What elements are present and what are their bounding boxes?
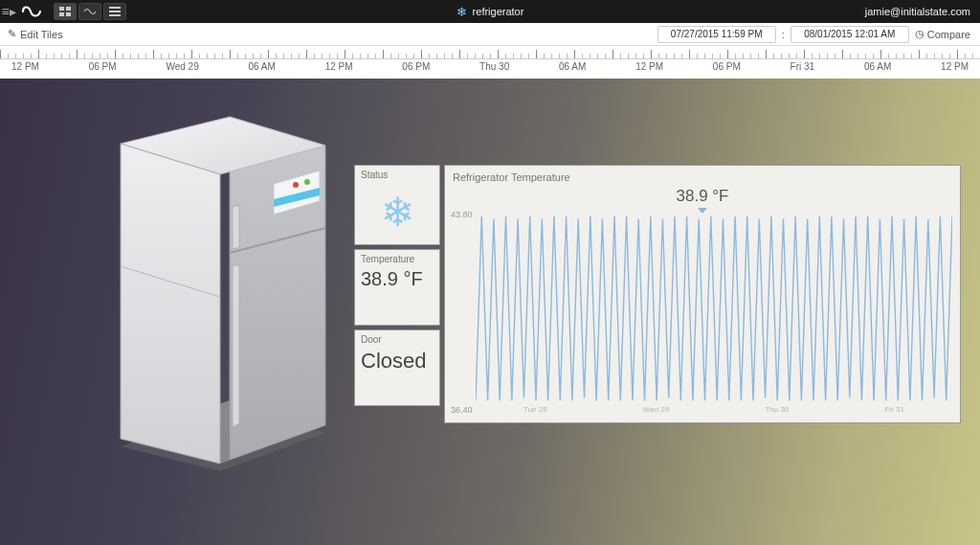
user-email[interactable]: jamie@initialstate.com xyxy=(865,6,980,17)
ruler-label: Fri 31 xyxy=(791,61,815,79)
svg-marker-11 xyxy=(121,144,220,464)
menu-toggle[interactable]: ≡▸ xyxy=(0,0,17,23)
svg-rect-2 xyxy=(59,12,64,16)
chart-plot-area xyxy=(476,214,952,403)
svg-point-14 xyxy=(293,182,299,188)
dashboard-canvas: Status ❄ Temperature 38.9 °F Door Closed… xyxy=(0,79,980,545)
ruler-label: 12 PM xyxy=(325,61,353,79)
ruler-label: 12 PM xyxy=(11,61,39,79)
svg-rect-6 xyxy=(109,14,121,16)
edit-tiles-button[interactable]: ✎ Edit Tiles xyxy=(0,28,63,40)
chart-x-label: Thu 30 xyxy=(765,405,789,417)
toolbar: ✎ Edit Tiles : ◷ Compare xyxy=(0,23,980,46)
date-to-input[interactable] xyxy=(791,26,909,43)
svg-rect-5 xyxy=(109,11,121,12)
app-logo xyxy=(17,0,48,23)
chart-x-label: Fri 31 xyxy=(884,405,903,417)
chart-x-labels: Tue 28Wed 29Thu 30Fri 31 xyxy=(476,405,952,417)
date-separator: : xyxy=(782,29,785,40)
chart-title: Refrigerator Temperature xyxy=(453,171,952,183)
ruler-label: 06 PM xyxy=(402,61,430,79)
ruler-label: 06 PM xyxy=(89,61,117,79)
compare-label: Compare xyxy=(927,29,970,40)
svg-marker-18 xyxy=(233,264,239,427)
view-grid-button[interactable] xyxy=(54,3,77,20)
svg-rect-0 xyxy=(59,7,64,11)
temperature-tile[interactable]: Temperature 38.9 °F xyxy=(354,249,440,326)
status-tile-label: Status xyxy=(361,170,434,180)
ruler-label: 06 AM xyxy=(559,61,586,79)
clock-icon: ◷ xyxy=(915,28,924,40)
svg-rect-4 xyxy=(109,7,121,9)
door-value: Closed xyxy=(361,349,434,374)
ruler-label: Wed 29 xyxy=(166,61,198,79)
ruler-label: Thu 30 xyxy=(479,61,509,79)
svg-rect-1 xyxy=(66,7,71,11)
snowflake-icon: ❄ xyxy=(361,184,434,240)
view-waves-button[interactable] xyxy=(78,3,101,20)
chart-x-label: Tue 28 xyxy=(523,405,547,417)
door-tile[interactable]: Door Closed xyxy=(354,329,440,406)
chart-x-label: Wed 29 xyxy=(643,405,669,417)
svg-marker-17 xyxy=(233,205,239,249)
ruler-label: 12 PM xyxy=(635,61,663,79)
svg-rect-3 xyxy=(66,12,71,16)
temperature-chart-tile[interactable]: Refrigerator Temperature 38.9 °F 43.80 3… xyxy=(444,165,961,423)
status-tile[interactable]: Status ❄ xyxy=(354,165,440,245)
chart-current-value: 38.9 °F xyxy=(677,187,729,206)
pencil-icon: ✎ xyxy=(8,28,16,40)
chart-ymax: 43.80 xyxy=(451,210,473,219)
ruler-label: 06 AM xyxy=(864,61,891,79)
temperature-value: 38.9 °F xyxy=(361,268,434,290)
top-bar: ≡▸ ❄ refrigerator jamie@initialstate.com xyxy=(0,0,980,23)
snowflake-icon: ❄ xyxy=(457,5,467,19)
view-list-button[interactable] xyxy=(103,3,126,20)
edit-tiles-label: Edit Tiles xyxy=(20,29,63,40)
chart-ymin: 36.40 xyxy=(451,405,473,415)
page-title: refrigerator xyxy=(473,6,524,17)
ruler-label: 06 AM xyxy=(249,61,276,79)
refrigerator-illustration xyxy=(86,88,335,471)
ruler-label: 12 PM xyxy=(941,61,969,79)
door-tile-label: Door xyxy=(361,334,434,345)
time-ruler[interactable] xyxy=(0,46,980,59)
date-from-input[interactable] xyxy=(657,26,776,43)
time-ruler-labels: 12 PM06 PMWed 2906 AM12 PM06 PMThu 3006 … xyxy=(0,59,980,79)
compare-button[interactable]: ◷ Compare xyxy=(915,28,970,40)
temperature-tile-label: Temperature xyxy=(361,254,434,264)
ruler-label: 06 PM xyxy=(713,61,741,79)
svg-point-15 xyxy=(304,179,310,185)
